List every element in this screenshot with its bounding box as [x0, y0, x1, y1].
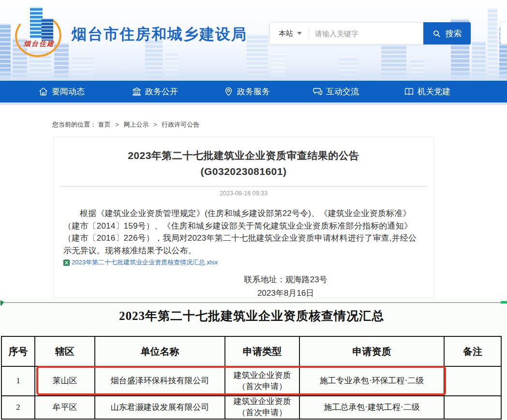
- breadcrumb-license-announcements[interactable]: 行政许可公告: [162, 121, 199, 128]
- excel-summary-section: 2023年第二十七批建筑业企业资质核查情况汇总 序号 辖区 单位名称 申请类型 …: [0, 298, 507, 420]
- nav-label: 政务服务: [237, 86, 270, 97]
- contact-block: 联系地址：观海路23号 2023年8月16日: [54, 273, 433, 300]
- logo-text: 烟台住建: [18, 40, 60, 48]
- attachment-link[interactable]: 2023年第二十七批建筑业企业资质核查情况汇总.xlsx: [72, 258, 218, 267]
- search-input[interactable]: [309, 29, 423, 38]
- cell-remark: [444, 366, 501, 396]
- nav-label: 政务公开: [145, 86, 178, 97]
- dotted-divider: [60, 186, 427, 187]
- nav-item-gov-open[interactable]: 政务公开: [132, 81, 178, 102]
- summary-table: 序号 辖区 单位名称 申请类型 申请资质 备注 1 莱山区 烟台盛泽环保科技有限…: [1, 336, 502, 420]
- page: 烟台住建 烟台市住房和城乡建设局 本站 搜索 要闻动态: [0, 0, 507, 420]
- search-button[interactable]: 搜索: [423, 22, 471, 44]
- chat-icon: [313, 87, 323, 97]
- logo-building-icon: [30, 7, 43, 39]
- service-pin-icon: [224, 87, 234, 97]
- search-scope-label: 本站: [279, 29, 293, 38]
- header-corner-box: [500, 22, 507, 44]
- cell-app-type: 建筑业企业资质（首次申请）: [225, 366, 299, 396]
- cell-qualification: 施工总承包·建筑工程·二级: [299, 396, 444, 419]
- search-bar: 本站 搜索: [269, 22, 471, 44]
- excel-green-corner-right: [501, 301, 507, 304]
- nav-label: 互动交流: [326, 86, 359, 97]
- nav-label: 机关党建: [418, 86, 450, 97]
- nav-accent-strip: [0, 102, 507, 105]
- site-header: 烟台住建 烟台市住房和城乡建设局 本站 搜索: [0, 0, 507, 81]
- excel-top-border: [0, 302, 507, 303]
- site-logo: 烟台住建: [14, 6, 65, 58]
- logo-building2-icon: [42, 18, 53, 41]
- nav-item-news[interactable]: 要闻动态: [38, 81, 85, 102]
- contact-address: 联系地址：观海路23号: [138, 273, 433, 287]
- book-icon: [404, 87, 414, 97]
- excel-file-icon: [63, 260, 70, 266]
- home-icon: [38, 87, 48, 97]
- cell-company: 山东君灏建设发展有限公司: [95, 396, 225, 419]
- cell-app-type: 建筑业企业资质（首次申请）: [225, 396, 299, 419]
- chevron-down-icon: [297, 32, 302, 35]
- col-header-remark: 备注: [444, 336, 501, 366]
- table-header-row: 序号 辖区 单位名称 申请类型 申请资质 备注: [1, 336, 501, 366]
- attachment-row: 2023年第二十七批建筑业企业资质核查情况汇总.xlsx: [63, 258, 433, 267]
- cell-district: 莱山区: [35, 366, 95, 396]
- breadcrumb-home[interactable]: 首页: [98, 121, 111, 128]
- col-header-company: 单位名称: [95, 336, 225, 366]
- article-title-line1: 2023年第二十七批建筑业企业资质审查结果的公告: [54, 148, 433, 164]
- cell-qualification: 施工专业承包·环保工程·二级: [299, 366, 444, 396]
- main-nav: 要闻动态 政务公开 政务服务 互动交流: [0, 81, 507, 102]
- nav-item-gov-service[interactable]: 政务服务: [224, 81, 270, 102]
- cell-seq: 2: [1, 396, 35, 419]
- article-card: 2023年第二十七批建筑业企业资质审查结果的公告 (G032023081601)…: [53, 137, 434, 298]
- site-title: 烟台市住房和城乡建设局: [72, 24, 247, 44]
- col-header-district: 辖区: [35, 336, 95, 366]
- col-header-seq: 序号: [1, 336, 35, 366]
- article-date: 2023-08-16 09:33: [54, 190, 433, 197]
- summary-table-title: 2023年第二十七批建筑业企业资质核查情况汇总: [0, 308, 503, 324]
- search-scope-dropdown[interactable]: 本站: [270, 29, 309, 38]
- breadcrumb-separator: >: [115, 121, 119, 128]
- bank-icon: [132, 87, 142, 97]
- cell-company: 烟台盛泽环保科技有限公司: [95, 366, 225, 396]
- cell-district: 牟平区: [35, 396, 95, 419]
- table-row: 1 莱山区 烟台盛泽环保科技有限公司 建筑业企业资质（首次申请） 施工专业承包·…: [1, 366, 501, 396]
- article-body: 根据《建筑业企业资质管理规定》(住房和城乡建设部第22号令)、《建筑业企业资质标…: [63, 207, 425, 257]
- excel-green-corner-left: [0, 300, 4, 305]
- col-header-app-type: 申请类型: [225, 336, 299, 366]
- breadcrumb-prefix: 您当前的位置：: [52, 121, 96, 128]
- nav-label: 要闻动态: [52, 86, 85, 97]
- breadcrumb-separator: >: [153, 121, 157, 128]
- breadcrumb-online-publicity[interactable]: 网上公示: [123, 121, 149, 128]
- table-row: 2 牟平区 山东君灏建设发展有限公司 建筑业企业资质（首次申请） 施工总承包·建…: [1, 396, 501, 419]
- breadcrumb: 您当前的位置： 首页 > 网上公示 > 行政许可公告: [52, 120, 199, 129]
- nav-item-interaction[interactable]: 互动交流: [313, 81, 359, 102]
- nav-item-party[interactable]: 机关党建: [404, 81, 450, 102]
- cell-remark: [444, 396, 501, 419]
- article-title-line2: (G032023081601): [54, 164, 433, 180]
- search-button-label: 搜索: [446, 28, 462, 39]
- col-header-qualification: 申请资质: [299, 336, 444, 366]
- cell-seq: 1: [1, 366, 35, 396]
- search-icon: [432, 29, 441, 38]
- article-title: 2023年第二十七批建筑业企业资质审查结果的公告 (G032023081601): [54, 148, 433, 179]
